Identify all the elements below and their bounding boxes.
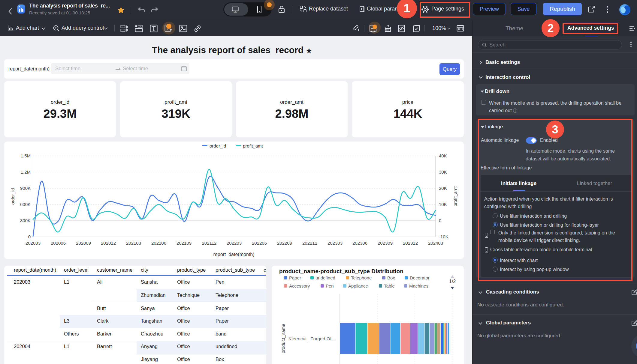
- svg-text:report_date(month): report_date(month): [213, 252, 255, 257]
- svg-text:profit_amt: profit_amt: [243, 143, 263, 148]
- svg-text:Accessory: Accessory: [289, 283, 310, 288]
- svg-text:order_id: order_id: [10, 188, 15, 204]
- svg-text:202312: 202312: [403, 240, 418, 246]
- svg-text:product_name: product_name: [281, 324, 286, 353]
- svg-text:202109: 202109: [177, 240, 192, 246]
- svg-text:1/2: 1/2: [449, 279, 456, 284]
- svg-text:Kleencut_ Forged Of...: Kleencut_ Forged Of...: [288, 336, 335, 341]
- svg-text:202009: 202009: [76, 240, 91, 246]
- svg-text:202203: 202203: [227, 240, 242, 246]
- svg-text:202209: 202209: [277, 240, 292, 246]
- svg-text:undefined: undefined: [315, 275, 335, 280]
- svg-text:Appliance: Appliance: [348, 283, 368, 288]
- svg-text:202306: 202306: [352, 240, 367, 246]
- svg-text:1.5M: 1.5M: [21, 153, 31, 158]
- svg-text:600K: 600K: [20, 202, 31, 207]
- svg-text:Decorator: Decorator: [410, 275, 430, 280]
- svg-text:Telephone: Telephone: [351, 275, 372, 280]
- svg-text:202112: 202112: [202, 240, 217, 246]
- svg-text:20K: 20K: [439, 186, 447, 191]
- svg-text:Paper: Paper: [289, 275, 301, 280]
- svg-text:Machines: Machines: [409, 283, 428, 288]
- svg-text:profit_amt: profit_amt: [453, 186, 458, 207]
- svg-text:202106: 202106: [151, 240, 166, 246]
- svg-text:-10K: -10K: [439, 234, 448, 239]
- svg-text:202003: 202003: [26, 240, 41, 246]
- svg-text:30K: 30K: [439, 169, 447, 175]
- svg-text:0: 0: [28, 234, 31, 239]
- svg-text:Box: Box: [387, 275, 395, 280]
- svg-text:order_id: order_id: [210, 143, 226, 148]
- svg-text:202006: 202006: [51, 240, 66, 246]
- svg-text:900K: 900K: [20, 186, 31, 191]
- svg-text:300K: 300K: [20, 218, 31, 223]
- svg-text:202103: 202103: [126, 240, 141, 246]
- svg-text:202212: 202212: [302, 240, 317, 246]
- svg-text:40K: 40K: [439, 153, 447, 158]
- svg-text:202309: 202309: [378, 240, 393, 246]
- svg-text:Table: Table: [384, 283, 395, 288]
- svg-text:Pen: Pen: [326, 283, 334, 288]
- svg-text:1.2M: 1.2M: [21, 169, 31, 175]
- svg-text:202012: 202012: [101, 240, 116, 246]
- svg-text:202403: 202403: [428, 240, 443, 246]
- svg-text:202303: 202303: [328, 240, 343, 246]
- svg-text:0: 0: [439, 218, 441, 223]
- svg-text:202206: 202206: [252, 240, 267, 246]
- svg-text:10K: 10K: [439, 202, 447, 207]
